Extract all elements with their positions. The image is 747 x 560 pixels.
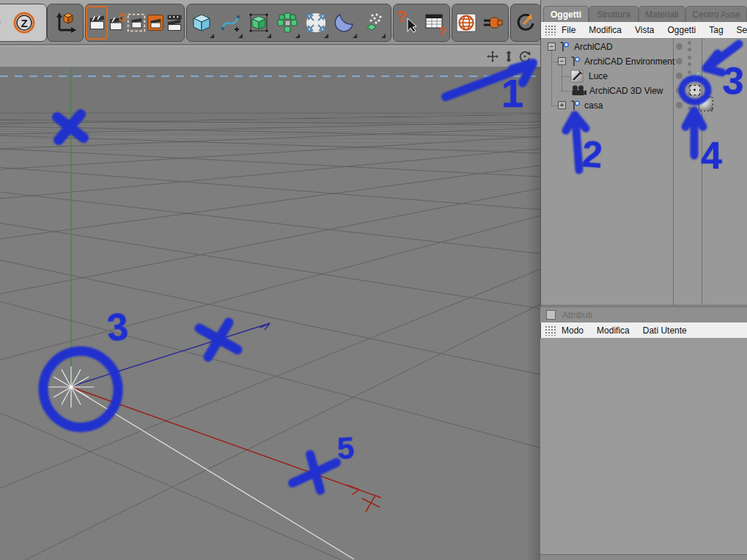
menu-modo[interactable]: Modo <box>562 325 584 336</box>
layer-dot[interactable] <box>676 87 682 94</box>
render-active-object-button[interactable] <box>127 6 146 40</box>
viewport <box>0 44 540 560</box>
add-particles-button[interactable] <box>358 6 387 40</box>
rotate-view-button[interactable] <box>519 51 531 62</box>
axis-x-red <box>71 387 381 512</box>
toolbar-group-render <box>85 4 185 42</box>
layer-dot[interactable] <box>676 73 682 79</box>
context-help-button[interactable]: ? <box>394 6 421 40</box>
attributes-menubar: Modo Modifica Dati Utente <box>541 323 747 339</box>
add-spline-button[interactable] <box>216 6 244 40</box>
tree-row-archicad[interactable]: − ArchiCAD <box>540 40 747 54</box>
menu-modifica[interactable]: Modifica <box>589 25 622 35</box>
history-button[interactable] <box>0 6 8 40</box>
pan-view-button[interactable] <box>487 51 498 62</box>
table-question-glyph: ? <box>439 25 446 40</box>
clapper-dashed-icon <box>127 13 146 32</box>
clapper-box-icon <box>146 13 165 32</box>
clapper-add-icon <box>108 13 127 32</box>
menu-file[interactable]: File <box>562 25 575 35</box>
attributes-titlebar[interactable]: Attributi <box>540 306 747 323</box>
visibility-editor-dot[interactable] <box>688 41 691 45</box>
browser-button[interactable] <box>452 6 479 40</box>
toolbar-group-online <box>452 4 509 42</box>
render-settings-button[interactable] <box>146 6 165 40</box>
viewport-canvas[interactable] <box>0 67 540 560</box>
attributes-bottom-strip <box>540 554 747 560</box>
z-logo-letter: Z <box>8 6 40 40</box>
tab-struttura[interactable]: Struttura <box>589 6 639 23</box>
menu-oggetti[interactable]: Oggetti <box>668 25 696 35</box>
tree-row-archicad-environment[interactable]: − ArchiCAD Environment <box>540 54 747 69</box>
layer-dot[interactable] <box>676 43 682 50</box>
add-environment-button[interactable] <box>330 6 358 40</box>
tree-row-casa[interactable]: + casa <box>540 98 747 113</box>
lens-icon <box>334 12 356 34</box>
light-object-icon <box>570 70 584 83</box>
visibility-editor-dot[interactable] <box>688 56 691 59</box>
menu-dati-utente[interactable]: Dati Utente <box>643 325 687 336</box>
zoom-z-button[interactable]: Z <box>8 6 40 40</box>
attributes-body <box>540 338 747 554</box>
attributes-title: Attributi <box>562 310 592 320</box>
layer-dot[interactable] <box>676 58 682 65</box>
add-deformer-button[interactable] <box>301 6 330 40</box>
viewport-titlebar[interactable] <box>0 45 540 67</box>
menu-modifica-attr[interactable]: Modifica <box>597 325 630 336</box>
tab-oggetti[interactable]: Oggetti <box>543 6 589 23</box>
menu-segna[interactable]: Segna <box>737 25 747 35</box>
tab-label: Centro Asse <box>692 10 740 20</box>
render-target-icon[interactable] <box>690 85 700 95</box>
cluster-icon <box>276 12 298 34</box>
render-queue-button[interactable] <box>165 6 184 40</box>
pan-view-icon <box>487 51 498 62</box>
plugin-plug-icon <box>482 12 504 34</box>
tree-row-luce[interactable]: Luce <box>540 69 747 84</box>
object-label: casa <box>584 100 603 111</box>
axis-tool-button[interactable] <box>48 6 81 40</box>
add-generator-button[interactable] <box>244 6 273 40</box>
add-modeling-button[interactable] <box>273 6 301 40</box>
material-sphere-icon[interactable] <box>699 97 713 111</box>
null-object-icon <box>569 56 581 67</box>
layer-dot[interactable] <box>676 102 682 108</box>
clapper-selected-icon <box>87 13 106 32</box>
menubar-grip-icon[interactable] <box>545 325 556 336</box>
toolbar-group-undo-zoom: Z <box>0 4 47 42</box>
add-cube-button[interactable] <box>187 6 216 40</box>
expand-toggle[interactable]: + <box>558 101 566 109</box>
clapper-film-icon <box>165 13 184 32</box>
reset-arrow-icon <box>513 11 537 34</box>
command-manager-button[interactable]: ? <box>421 6 448 40</box>
attributes-lock-checkbox[interactable] <box>546 310 556 320</box>
reset-layout-button[interactable] <box>511 6 539 40</box>
collapse-toggle[interactable]: − <box>548 43 556 51</box>
visibility-editor-dot[interactable] <box>688 100 691 103</box>
menu-tag[interactable]: Tag <box>709 25 723 35</box>
visibility-render-dot[interactable] <box>688 48 691 51</box>
visibility-render-dot[interactable] <box>688 62 691 66</box>
tab-centro-asse[interactable]: Centro Asse <box>685 6 747 23</box>
object-label: ArchiCAD 3D View <box>589 86 663 96</box>
enabled-check-icon[interactable] <box>691 72 700 81</box>
render-region-button[interactable] <box>108 6 127 40</box>
light-star <box>48 366 94 408</box>
tab-materiali[interactable]: Materiali <box>639 6 685 23</box>
camera-object-icon <box>570 85 586 96</box>
render-view-button[interactable] <box>86 6 108 40</box>
menu-vista[interactable]: Vista <box>635 25 654 35</box>
tab-label: Oggetti <box>551 10 581 20</box>
plugins-button[interactable] <box>479 6 507 40</box>
visibility-render-dot[interactable] <box>688 106 691 110</box>
particles-icon <box>362 12 384 34</box>
history-partial-icon <box>0 12 8 34</box>
tree-row-archicad-3d-view[interactable]: ArchiCAD 3D View <box>540 84 747 98</box>
menubar-grip-icon[interactable] <box>545 25 556 35</box>
world-grid-and-axes <box>0 67 540 560</box>
axis-cube-icon <box>52 10 77 35</box>
collapse-toggle[interactable]: − <box>558 57 566 65</box>
toolbar-group-coords <box>47 4 84 42</box>
grid-lines <box>0 113 540 560</box>
spline-add-icon <box>219 12 241 34</box>
zoom-view-button[interactable] <box>503 51 515 62</box>
